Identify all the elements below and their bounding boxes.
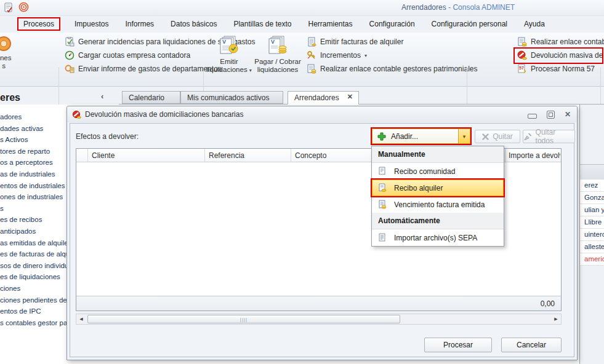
ribbon-button-pagar-cobrar[interactable]: V Pagar / Cobrar liquidaciones xyxy=(254,35,302,73)
sidebar-item[interactable]: es de recibos xyxy=(0,214,66,226)
ribbon-item-cargar-cuotas[interactable]: Cargar cuotas empresa contadora xyxy=(65,49,190,61)
header-importe[interactable]: Importe a devolver xyxy=(509,151,560,160)
add-dropdown-menu: Manualmente Recibo comunidad Recibo alqu… xyxy=(371,146,504,247)
grid-row[interactable]: uintero xyxy=(580,229,604,241)
receipt-coin-icon xyxy=(377,183,387,192)
minimize-icon[interactable] xyxy=(528,114,537,119)
tab-calendario[interactable]: Calendario xyxy=(122,91,180,104)
menu-plantillas[interactable]: Plantillas de texto xyxy=(233,20,291,28)
spiral-logo-icon[interactable] xyxy=(18,2,29,12)
tab-label: Arrendadores xyxy=(294,93,339,102)
receipt-icon xyxy=(377,167,387,176)
grid-row[interactable]: ulian y Mar xyxy=(580,204,604,216)
sidebar-item[interactable]: os a perceptores xyxy=(0,157,66,168)
table-total-row: 0,00 xyxy=(76,296,561,311)
return-direct-debit-icon xyxy=(517,50,527,60)
ribbon-item-enlace-gestores[interactable]: Realizar enlace contable gestores patrim… xyxy=(307,63,477,75)
menu-item-vencimiento-factura[interactable]: Vencimiento factura emitida xyxy=(372,196,504,213)
add-button[interactable]: Añadir... ▾ xyxy=(372,129,470,144)
sidebar-item[interactable]: anticipados xyxy=(0,226,66,237)
grid-row[interactable]: Gonzalez xyxy=(580,192,604,204)
big-button-label2: liquidaciones ▾ xyxy=(205,66,253,75)
remove-button[interactable]: Quitar xyxy=(475,130,520,143)
sidebar-item[interactable]: s contables gestor pat xyxy=(0,317,66,329)
header-cliente[interactable]: Cliente xyxy=(92,151,115,160)
ribbon-item-emitir-facturas[interactable]: Emitir facturas de alquiler xyxy=(307,36,403,48)
sidebar-item[interactable]: es de facturas de alqu xyxy=(0,248,66,260)
menu-configuracion-personal[interactable]: Configuración personal xyxy=(432,20,507,28)
sidebar-header: eres xyxy=(0,92,20,103)
scrollbar-thumb[interactable]: |||| xyxy=(87,315,400,323)
menu-impuestos[interactable]: Impuestos xyxy=(74,20,108,28)
cancel-button[interactable]: Cancelar xyxy=(501,338,562,352)
dialog-title: Devolución masiva de domiciliaciones ban… xyxy=(85,110,243,119)
sidebar-item[interactable]: entos de IPC xyxy=(0,306,66,317)
menu-item-recibo-comunidad[interactable]: Recibo comunidad xyxy=(372,163,504,180)
menu-item-label: Recibo alquiler xyxy=(394,184,443,192)
ribbon-cut-button[interactable]: ones s xyxy=(0,35,17,69)
grid-row[interactable]: erez xyxy=(580,180,604,192)
add-button-label: Añadir... xyxy=(391,132,418,141)
svg-text:57: 57 xyxy=(519,66,524,70)
scroll-right-icon[interactable]: ▶ xyxy=(551,314,561,324)
tab-close-icon[interactable]: ✕ xyxy=(347,93,353,101)
scroll-left-icon[interactable]: ◀ xyxy=(76,314,86,324)
header-concepto[interactable]: Concepto xyxy=(295,151,326,160)
notes-icon[interactable] xyxy=(4,2,14,13)
sidebar-item[interactable]: s xyxy=(0,203,66,215)
column-separator xyxy=(204,149,205,162)
sidebar-item[interactable]: ones de industriales xyxy=(0,191,66,203)
column-separator xyxy=(505,149,505,162)
sidebar-item[interactable]: as emitidas de alquiler xyxy=(0,237,66,249)
menu-configuracion[interactable]: Configuración xyxy=(369,20,415,28)
menu-informes[interactable]: Informes xyxy=(125,20,154,28)
spiral-big-icon xyxy=(0,35,12,52)
sidebar-item[interactable]: as de industriales xyxy=(0,168,66,180)
sidebar-item[interactable]: dades activas xyxy=(0,123,66,135)
sidebar-item[interactable]: ciones pendientes de p xyxy=(0,295,66,306)
ribbon-button-emitir-liquidaciones[interactable]: V Emitir liquidaciones ▾ xyxy=(205,35,253,74)
remove-all-button-label: Quitar todos xyxy=(536,128,574,145)
gauge-icon xyxy=(65,50,74,60)
grid-row[interactable]: allesteros xyxy=(580,241,604,253)
svg-text:V: V xyxy=(222,39,226,45)
menu-ayuda[interactable]: Ayuda xyxy=(524,20,545,28)
ribbon-item-incrementos[interactable]: Incrementos ▾ xyxy=(307,49,367,61)
grid-row[interactable]: Llibre xyxy=(580,216,604,229)
ribbon-item-devolucion-masiva[interactable]: Devolución masiva de domiciliaciones xyxy=(517,49,604,61)
ribbon-item-enviar-informe[interactable]: Enviar informe de gastos de departamento… xyxy=(65,63,222,75)
add-dropdown-arrow[interactable]: ▾ xyxy=(458,129,470,144)
menu-item-recibo-alquiler[interactable]: Recibo alquiler xyxy=(372,180,504,196)
background-grid-header xyxy=(580,164,604,180)
invoice-coins-icon xyxy=(377,200,387,209)
ledger-coins-icon xyxy=(517,37,527,47)
horizontal-scrollbar[interactable]: ◀ |||| ▶ xyxy=(76,314,562,325)
sidebar-item[interactable]: sos de dinero individua xyxy=(0,260,66,272)
grid-row-highlight-red[interactable]: americh Mir xyxy=(580,253,604,266)
menu-item-importar-sepa[interactable]: Importar archivo(s) SEPA xyxy=(372,229,504,246)
sidebar-item[interactable]: es de liquidaciones xyxy=(0,271,66,283)
header-referencia[interactable]: Referencia xyxy=(209,151,244,160)
sidebar-item[interactable]: ciones xyxy=(0,283,66,295)
menu-herramientas[interactable]: Herramientas xyxy=(308,20,353,28)
close-icon[interactable]: ✕ xyxy=(565,111,571,118)
tab-arrendadores[interactable]: Arrendadores ✕ xyxy=(288,91,359,105)
menu-procesos[interactable]: Procesos xyxy=(17,17,60,31)
sidebar-item[interactable]: tores de reparto xyxy=(0,146,66,157)
sidebar-item[interactable]: s Activos xyxy=(0,134,66,146)
restore-icon[interactable] xyxy=(547,111,555,119)
menu-item-label: Importar archivo(s) SEPA xyxy=(394,234,477,242)
efectos-label: Efectos a devolver: xyxy=(76,132,139,141)
sidebar-item[interactable]: entos de industriales xyxy=(0,180,66,192)
remove-all-button[interactable]: Quitar todos xyxy=(523,130,575,143)
ribbon-item-procesar-norma57[interactable]: 57 Procesar Norma 57 xyxy=(517,63,595,75)
menu-datos-basicos[interactable]: Datos básicos xyxy=(171,20,217,28)
sidebar-item[interactable]: adores xyxy=(0,111,66,123)
tab-mis-comunicados[interactable]: Mis comunicados activos xyxy=(180,91,283,104)
process-button[interactable]: Procesar xyxy=(424,338,492,352)
dropdown-arrow-icon: ▾ xyxy=(364,53,367,58)
ribbon-item-realizar-enlace[interactable]: Realizar enlace contable xyxy=(517,36,604,48)
dialog-titlebar[interactable]: Devolución masiva de domiciliaciones ban… xyxy=(67,106,577,122)
tab-label: Mis comunicados activos xyxy=(187,93,269,102)
tab-scroll-left-icon[interactable]: ‹ xyxy=(101,92,103,101)
